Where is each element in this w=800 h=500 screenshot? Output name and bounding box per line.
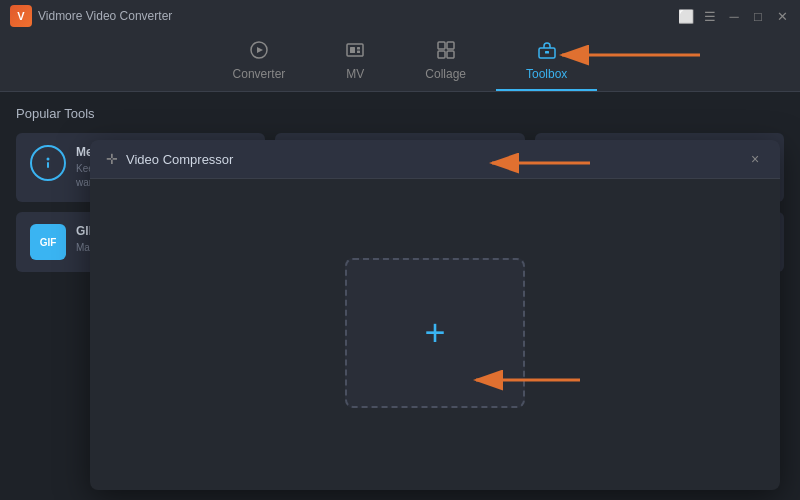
tab-converter-label: Converter [233,67,286,81]
mv-icon [345,40,365,63]
caption-btn[interactable]: ⬜ [678,8,694,24]
toolbox-icon [537,40,557,63]
svg-rect-4 [357,47,360,50]
upload-area[interactable]: + [345,258,525,408]
tab-collage-label: Collage [425,67,466,81]
title-bar: V Vidmore Video Converter ⬜ ☰ ─ □ ✕ [0,0,800,32]
tab-mv-label: MV [346,67,364,81]
tab-toolbox-label: Toolbox [526,67,567,81]
nav-tabs: Converter MV Collage [0,32,800,92]
svg-rect-8 [438,51,445,58]
minimize-btn[interactable]: ─ [726,8,742,24]
svg-rect-3 [350,47,355,53]
maximize-btn[interactable]: □ [750,8,766,24]
converter-icon [249,40,269,63]
svg-rect-11 [545,51,549,54]
tab-converter[interactable]: Converter [203,32,316,91]
svg-rect-9 [447,51,454,58]
logo-icon: V [10,5,32,27]
svg-rect-6 [438,42,445,49]
upload-plus-icon: + [424,315,445,351]
svg-marker-1 [257,47,263,53]
app-name: Vidmore Video Converter [38,9,172,23]
modal-header: ✛ Video Compressor × [90,140,780,179]
modal-close-button[interactable]: × [746,150,764,168]
collage-icon [436,40,456,63]
modal-title-group: ✛ Video Compressor [106,151,233,167]
move-icon: ✛ [106,151,118,167]
app-logo: V Vidmore Video Converter [10,5,172,27]
modal-body: + [90,179,780,486]
close-btn[interactable]: ✕ [774,8,790,24]
svg-rect-7 [447,42,454,49]
tab-toolbox[interactable]: Toolbox [496,32,597,91]
modal-overlay: ✛ Video Compressor × + [0,86,800,500]
svg-rect-5 [357,51,360,54]
video-compressor-modal: ✛ Video Compressor × + [90,140,780,490]
tab-mv[interactable]: MV [315,32,395,91]
window-controls: ⬜ ☰ ─ □ ✕ [678,8,790,24]
modal-title-text: Video Compressor [126,152,233,167]
menu-btn[interactable]: ☰ [702,8,718,24]
tab-collage[interactable]: Collage [395,32,496,91]
